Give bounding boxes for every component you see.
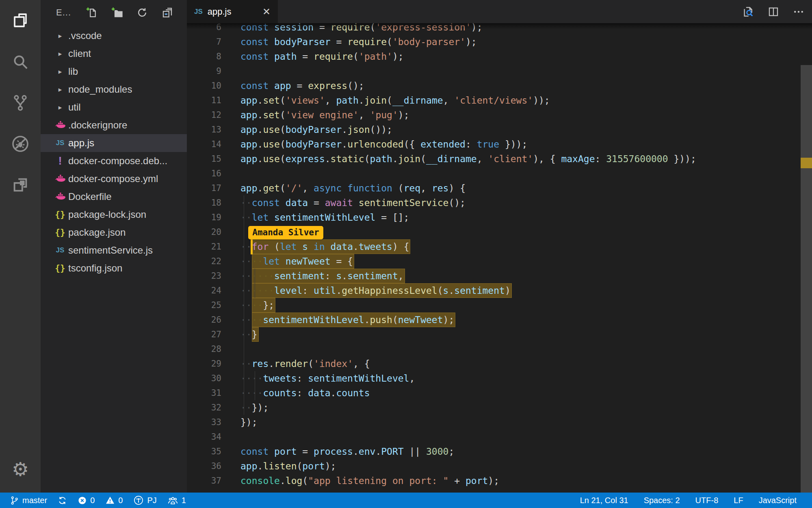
code-editor[interactable]: 6const session = require('express-sessio… xyxy=(187,23,812,493)
code-line[interactable]: 16 xyxy=(187,166,801,181)
code-line[interactable]: 26····sentimentWithLevel.push(newTweet); xyxy=(187,313,801,327)
code-line[interactable]: 35const port = process.env.PORT || 3000; xyxy=(187,444,801,459)
code-token: const xyxy=(240,446,274,457)
status-item-error[interactable]: 0 xyxy=(78,496,95,505)
refresh-icon[interactable] xyxy=(136,7,148,19)
status-item-participants[interactable]: 1 xyxy=(167,495,186,506)
tree-item-package-lock-json[interactable]: {}package-lock.json xyxy=(41,206,187,224)
extensions-icon[interactable] xyxy=(0,164,41,205)
status-item-javascript[interactable]: JavaScript xyxy=(759,496,797,505)
code-token: newTweet xyxy=(398,315,443,325)
tree-item-tsconfig-json[interactable]: {}tsconfig.json xyxy=(41,259,187,277)
code-token: s xyxy=(443,285,449,296)
status-item-live-share[interactable]: PJ xyxy=(133,495,156,506)
tree-item--dockerignore[interactable]: .dockerignore xyxy=(41,116,187,134)
code-token: . xyxy=(342,271,347,281)
search-icon[interactable] xyxy=(0,41,41,82)
status-item-lf[interactable]: LF xyxy=(734,496,743,505)
tree-item-docker-compose-yml[interactable]: docker-compose.yml xyxy=(41,170,187,188)
code-line[interactable]: 21··for (let s in data.tweets) { xyxy=(187,239,801,254)
explorer-icon[interactable] xyxy=(0,0,41,41)
code-line[interactable]: 7const bodyParser = require('body-parser… xyxy=(187,35,801,49)
code-line[interactable]: 11app.set('views', path.join(__dirname, … xyxy=(187,93,801,108)
code-line[interactable]: 28 xyxy=(187,342,801,356)
tree-item-lib[interactable]: ▸lib xyxy=(41,63,187,80)
code-token: ), { xyxy=(533,154,561,164)
code-token: . xyxy=(331,388,336,398)
tree-item-package-json[interactable]: {}package.json xyxy=(41,224,187,241)
tree-item--vscode[interactable]: ▸.vscode xyxy=(41,27,187,45)
code-token: . xyxy=(325,154,331,164)
code-line[interactable]: 25····}; xyxy=(187,298,801,313)
more-actions-icon[interactable] xyxy=(793,6,805,18)
code-token: . xyxy=(258,461,263,471)
status-item-ln-21-col-31[interactable]: Ln 21, Col 31 xyxy=(580,496,628,505)
tab-app-js[interactable]: JS app.js ✕ xyxy=(187,0,278,23)
tree-item-util[interactable]: ▸util xyxy=(41,98,187,116)
line-number: 34 xyxy=(187,430,221,444)
code-line[interactable]: 37console.log("app listening on port: " … xyxy=(187,473,801,488)
status-item-warning[interactable]: 0 xyxy=(105,495,123,505)
source-control-icon[interactable] xyxy=(0,82,41,123)
status-item-utf-8[interactable]: UTF-8 xyxy=(695,496,719,505)
tree-item-node-modules[interactable]: ▸node_modules xyxy=(41,80,187,98)
code-line[interactable]: 8const path = require('path'); xyxy=(187,49,801,64)
line-number: 23 xyxy=(187,269,221,283)
close-tab-icon[interactable]: ✕ xyxy=(262,6,271,17)
code-token: s xyxy=(336,271,342,281)
code-token: sentimentService xyxy=(359,198,449,208)
tree-item-app-js[interactable]: JSapp.js xyxy=(41,134,187,152)
indent-guide xyxy=(244,283,244,298)
code-line[interactable]: 13app.use(bodyParser.json()); xyxy=(187,122,801,137)
new-file-icon[interactable] xyxy=(86,7,98,19)
code-token: app xyxy=(274,80,291,91)
code-line[interactable]: 6const session = require('express-sessio… xyxy=(187,23,801,35)
status-label: Spaces: 2 xyxy=(644,496,680,505)
collapse-folders-icon[interactable] xyxy=(161,7,173,19)
code-token: ) { xyxy=(448,183,466,193)
tree-item-docker-compose-deb-[interactable]: !docker-compose.deb... xyxy=(41,152,187,170)
code-line[interactable]: 31····counts: data.counts xyxy=(187,386,801,400)
code-line[interactable]: 10const app = express(); xyxy=(187,78,801,93)
code-line[interactable]: 22····let newTweet = { xyxy=(187,254,801,269)
tree-item-sentimentservice-js[interactable]: JSsentimentService.js xyxy=(41,241,187,259)
code-line[interactable]: 27··} xyxy=(187,327,801,342)
code-line[interactable]: 20Amanda Silver xyxy=(187,225,801,239)
code-line[interactable]: 9 xyxy=(187,64,801,78)
tree-item-client[interactable]: ▸client xyxy=(41,45,187,63)
code-token: ( xyxy=(280,124,286,135)
code-line[interactable]: 33}); xyxy=(187,415,801,430)
code-line[interactable]: 36app.listen(port); xyxy=(187,459,801,473)
code-line[interactable]: 17app.get('/', async function (req, res)… xyxy=(187,181,801,195)
code-token: app xyxy=(240,139,258,150)
code-token: . xyxy=(258,139,263,150)
scrollbar-slider[interactable] xyxy=(801,65,812,493)
code-line[interactable]: 19··let sentimentWithLevel = []; xyxy=(187,210,801,225)
code-line[interactable]: 18··const data = await sentimentService(… xyxy=(187,195,801,210)
code-line[interactable]: 30····tweets: sentimentWithLevel, xyxy=(187,371,801,386)
open-preview-icon[interactable] xyxy=(742,6,754,18)
status-item-spaces-2[interactable]: Spaces: 2 xyxy=(644,496,680,505)
new-folder-icon[interactable] xyxy=(111,7,123,19)
settings-gear-icon[interactable]: ⚙ xyxy=(0,458,41,480)
status-item-git-branch[interactable]: master xyxy=(10,496,47,505)
indent-guide xyxy=(244,356,244,371)
split-editor-icon[interactable] xyxy=(767,6,780,18)
code-token: bodyParser xyxy=(274,37,330,47)
debug-icon[interactable] xyxy=(0,123,41,164)
code-line[interactable]: 24······level: util.getHappinessLevel(s.… xyxy=(187,283,801,298)
code-token: }); xyxy=(240,417,258,428)
vertical-scrollbar[interactable] xyxy=(801,23,812,493)
code-line[interactable]: 29··res.render('index', { xyxy=(187,356,801,371)
code-line[interactable]: 15app.use(express.static(path.join(__dir… xyxy=(187,152,801,166)
status-item-sync[interactable] xyxy=(58,496,67,505)
code-token: ); xyxy=(325,461,336,471)
code-line[interactable]: 14app.use(bodyParser.urlencoded({ extend… xyxy=(187,137,801,152)
tree-item-dockerfile[interactable]: Dockerfile xyxy=(41,188,187,206)
code-line[interactable]: 34 xyxy=(187,430,801,444)
code-token: use xyxy=(263,154,280,164)
code-line[interactable]: 32··}); xyxy=(187,400,801,415)
code-line[interactable]: 12app.set('view engine', 'pug'); xyxy=(187,108,801,122)
code-token: ) { xyxy=(392,241,409,252)
code-line[interactable]: 23······sentiment: s.sentiment, xyxy=(187,269,801,283)
